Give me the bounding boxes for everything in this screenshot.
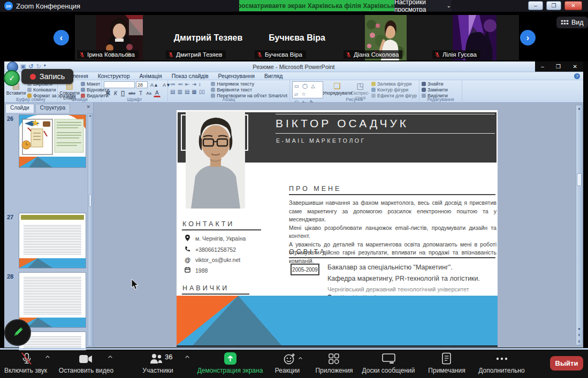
quick-styles-button[interactable]: ◳ Експрес-стилі (351, 81, 370, 97)
next-slide-icon[interactable]: ⇟ (576, 340, 582, 344)
powerpoint-window: ▣ ↺ ↻ ▾ Резюме - Microsoft PowerPoint – … (4, 61, 583, 348)
bullets-icon[interactable]: ≔ (170, 81, 175, 87)
scroll-up-icon[interactable]: ▲ (576, 106, 582, 110)
text-direction-icon (211, 82, 215, 86)
panel-tabs: Слайди Структура (4, 104, 94, 113)
ppt-minimize-icon[interactable]: – (541, 64, 544, 70)
font-name-box[interactable] (104, 81, 135, 88)
chevron-down-icon: ⌄ (447, 3, 451, 9)
recording-dot-icon (30, 74, 36, 80)
participant-name-label: Ірина Ковальова (77, 50, 139, 59)
previous-slide-icon[interactable]: ⇞ (576, 333, 582, 337)
current-slide[interactable]: ВІКТОР ОСАДЧУК E-MAIL МАРКЕТОЛОГ ПРО МЕН… (177, 110, 498, 345)
tab-slides[interactable]: Слайди (5, 104, 34, 113)
participant-tile[interactable]: Бучнєва Віра Бучнєва Віра (253, 15, 341, 60)
align-left-icon[interactable]: ▤ (170, 89, 175, 95)
indent-more-icon[interactable]: ⇥ (192, 81, 196, 87)
scroll-down-icon[interactable]: ▼ (576, 327, 582, 331)
panel-scrollbar-thumb[interactable] (89, 194, 91, 207)
slide-scrollbar[interactable]: ▲ ▼ ⇞ ⇟ (576, 105, 583, 345)
tab-review[interactable]: Рецензування (213, 72, 259, 80)
close-button[interactable]: ✕ (564, 1, 582, 10)
replace-button[interactable]: Замінити (422, 87, 448, 92)
tab-design[interactable]: Конструктор (93, 72, 135, 80)
prev-participants-button[interactable]: ‹ (54, 30, 69, 45)
slide-thumbnail-26[interactable] (19, 114, 86, 168)
indent-less-icon[interactable]: ⇤ (185, 81, 189, 87)
find-button[interactable]: Знайти (422, 81, 448, 87)
ppt-close-icon[interactable]: ✕ (572, 64, 577, 70)
education-rule (289, 257, 495, 258)
italic-button[interactable]: К (112, 90, 119, 97)
chevron-up-icon[interactable] (45, 355, 50, 359)
ppt-maximize-icon[interactable]: ❐ (556, 64, 561, 70)
tab-outline[interactable]: Структура (35, 104, 70, 113)
arrange-button[interactable]: ❏ Упорядкувати (325, 81, 349, 97)
view-settings-button[interactable]: Настройки просмотра ⌄ (394, 0, 451, 11)
columns-icon[interactable]: ▯▯ (199, 89, 205, 95)
shapes-gallery[interactable]: ▭ ◯ △ ▱ ☆ ◠ ∿ ✎ ◇ (292, 81, 323, 98)
tab-animation[interactable]: Анімація (135, 72, 167, 80)
next-participants-button[interactable]: › (520, 30, 536, 45)
panel-close-icon[interactable]: ✕ (86, 104, 90, 110)
participant-tile[interactable]: Дмитрий Тезяев Дмитрий Тезяев (164, 15, 253, 60)
participant-tile[interactable]: Лілія Гусєва (430, 15, 519, 60)
thumbnail-26-art (19, 115, 86, 167)
participant-tile[interactable]: Ірина Ковальова (75, 15, 164, 60)
participants-button[interactable]: 36 Участники (131, 350, 193, 378)
mute-button[interactable]: Включить звук (0, 350, 56, 378)
align-right-icon[interactable]: ▤ (185, 89, 189, 95)
scroll-up-icon[interactable]: ▲ (89, 114, 92, 117)
drawing-group-label: Рисунок (290, 97, 419, 102)
underline-button[interactable]: П (119, 90, 126, 97)
stop-video-button[interactable]: Остановить видео (56, 350, 115, 378)
slide-thumbnail-27[interactable] (19, 213, 86, 268)
resume-role: E-MAIL МАРКЕТОЛОГ (276, 137, 366, 144)
clipboard-group-label: Буфер обміну (4, 97, 57, 102)
view-button[interactable]: Вид (556, 17, 588, 28)
font-size-box[interactable]: 28 (136, 81, 148, 88)
chevron-up-icon[interactable] (298, 357, 303, 360)
whiteboards-button[interactable]: Доски сообщений (360, 350, 417, 378)
reactions-button[interactable]: Реакции (270, 350, 309, 378)
layout-icon (81, 82, 85, 86)
justify-icon[interactable]: ▦ (192, 89, 196, 95)
muted-mic-icon (79, 52, 85, 58)
font-color-button[interactable]: А (154, 89, 161, 97)
apps-button[interactable]: Приложения (309, 350, 360, 378)
chevron-up-icon[interactable] (108, 355, 113, 359)
change-case-button[interactable]: Аа (144, 90, 153, 96)
shape-fill-button[interactable]: Заливка фігури (371, 81, 417, 87)
notes-icon (441, 352, 452, 365)
scrollbar-thumb[interactable] (577, 173, 582, 186)
align-text-button[interactable]: Вирівняти текст (211, 87, 287, 92)
slide-thumbnail-28[interactable] (19, 272, 86, 328)
grow-font-icon[interactable]: A▲ (149, 82, 160, 88)
annotation-pencil-button[interactable] (4, 319, 31, 346)
shape-outline-button[interactable]: Контур фігури (371, 87, 417, 92)
line-spacing-icon[interactable]: ↕ (198, 81, 201, 87)
minimize-button[interactable]: – (528, 1, 543, 10)
bold-button[interactable]: Ж (104, 90, 112, 97)
participant-name: Ірина Ковальова (87, 51, 135, 58)
maximize-button[interactable]: ❐ (546, 1, 561, 10)
help-icon[interactable]: ? (574, 73, 580, 79)
more-button[interactable]: Дополнительно (476, 350, 527, 378)
align-center-icon[interactable]: ▥ (177, 89, 182, 95)
ribbon-group-paragraph: ≔≕⇤⇥↕ ▤▥▤▦▯▯ Напрямок тексту Вирівняти т… (168, 80, 290, 103)
chevron-up-icon[interactable] (185, 355, 190, 359)
tab-view[interactable]: Вигляд (259, 72, 287, 80)
numbering-icon[interactable]: ≕ (178, 81, 183, 87)
phone-icon (184, 246, 191, 253)
leave-button[interactable]: Выйти (550, 356, 583, 371)
notes-button[interactable]: Примечания (417, 350, 476, 378)
strikethrough-button[interactable]: abc (127, 90, 137, 96)
participant-tile[interactable]: Діана Соколова (341, 15, 430, 60)
text-shadow-button[interactable]: Т (138, 90, 144, 97)
share-screen-button[interactable]: Демонстрация экрана (190, 350, 270, 378)
more-label: Дополнительно (476, 367, 527, 374)
tab-slideshow[interactable]: Показ слайдів (167, 72, 213, 80)
shared-screen: ▣ ↺ ↻ ▾ Резюме - Microsoft PowerPoint – … (0, 61, 588, 350)
text-direction-button[interactable]: Напрямок тексту (211, 81, 287, 87)
panel-scrollbar[interactable]: ▲ (88, 113, 93, 346)
